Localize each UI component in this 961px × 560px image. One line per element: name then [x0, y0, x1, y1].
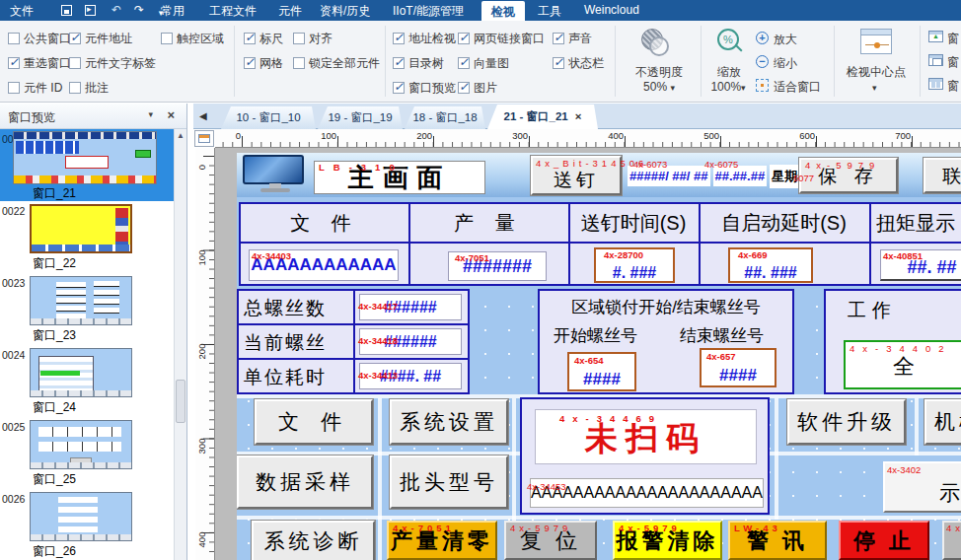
- checkbox-grid[interactable]: 网格: [244, 55, 283, 71]
- checkbox-element-address[interactable]: 元件地址: [69, 31, 132, 46]
- tab-window-10[interactable]: 10 - 窗口_10: [221, 106, 316, 129]
- checkbox-picture[interactable]: 图片: [458, 80, 497, 96]
- zoom-label[interactable]: 缩放: [705, 64, 753, 81]
- view-center-label[interactable]: 检视中心点: [842, 64, 911, 81]
- window-preview-item-26[interactable]: 0026 窗口_26: [0, 489, 174, 560]
- send-pin-button[interactable]: 4x_Bit-314506 送钉: [531, 156, 622, 195]
- work-all-button[interactable]: 4x-34402 全: [844, 340, 961, 389]
- scan-status-panel[interactable]: 4x-34469 未扫码 4x-34453 AAAAAAAAAAAAAAAAAA…: [520, 397, 770, 515]
- tab-window-19[interactable]: 19 - 窗口_19: [318, 106, 403, 129]
- menu-tab-tools[interactable]: 工具: [538, 3, 561, 20]
- tab-scroll-left-icon[interactable]: [199, 110, 207, 121]
- zoom-icon[interactable]: %: [717, 29, 739, 50]
- window-tile-icon[interactable]: [928, 78, 943, 90]
- menu-tab-project-files[interactable]: 工程文件: [209, 3, 257, 20]
- scan-status-field[interactable]: 4x-34469 未扫码: [535, 409, 757, 464]
- ruler-corner-icon[interactable]: [194, 130, 214, 147]
- total-screws-field[interactable]: 4x-34417 ######: [359, 294, 462, 320]
- tab-close-icon[interactable]: [575, 105, 582, 129]
- current-screw-field[interactable]: 4x-34418 ######: [359, 328, 462, 355]
- checkbox-web-link-window[interactable]: 网页链接窗口: [458, 31, 545, 46]
- monitor-icon[interactable]: [243, 155, 308, 194]
- zoom-out-icon[interactable]: −: [756, 55, 769, 68]
- window-preview-item-22[interactable]: 0022 窗口_22: [0, 201, 174, 273]
- opacity-value[interactable]: 50%: [628, 80, 691, 94]
- checkbox-lock-all-elements[interactable]: 锁定全部元件: [293, 55, 380, 71]
- file-button[interactable]: 文 件: [255, 399, 373, 445]
- datetime-display[interactable]: 4x-6073 4x-6075 6077 #####/ ##/ ####.##.…: [628, 165, 795, 188]
- checkbox-ruler[interactable]: 标尺: [244, 31, 283, 46]
- view-center-icon[interactable]: [860, 29, 892, 54]
- zoom-value[interactable]: 100%: [702, 80, 754, 94]
- work-panel[interactable]: 工作 4x-34402 全: [824, 289, 961, 394]
- alarm-clear-button[interactable]: 4x-5979 报警清除: [613, 521, 722, 560]
- export-icon[interactable]: [83, 4, 99, 18]
- save-icon[interactable]: [59, 4, 75, 18]
- checkbox-window-preview[interactable]: 窗口预览: [393, 80, 456, 96]
- checkbox-element-id[interactable]: 元件 ID: [8, 80, 62, 96]
- zoom-in-icon[interactable]: +: [756, 32, 769, 44]
- stop-button[interactable]: 停 止: [839, 521, 929, 560]
- window-command-label[interactable]: 窗: [947, 78, 959, 95]
- checkbox-status-bar[interactable]: 状态栏: [553, 55, 604, 71]
- window-raise-icon[interactable]: [928, 31, 943, 42]
- production-clear-button[interactable]: 4x-7051 产量清零: [387, 521, 497, 560]
- panel-menu-caret-icon[interactable]: [148, 108, 153, 119]
- checkbox-sound[interactable]: 声音: [553, 31, 592, 46]
- barcode-field[interactable]: 4x-34453 AAAAAAAAAAAAAAAAAAAAAA: [530, 478, 764, 508]
- display-box[interactable]: 4x-3402 示: [883, 461, 961, 513]
- pin-time-field[interactable]: 4x-28700 #. ###: [594, 247, 675, 283]
- design-canvas[interactable]: LB-310 主画面 4x_Bit-314506 送钉 4x-6073 4x-6…: [215, 148, 961, 560]
- window-thumbnail[interactable]: [30, 492, 132, 541]
- machine-button[interactable]: 机械: [924, 399, 961, 445]
- menu-tab-elements[interactable]: 元件: [278, 3, 302, 20]
- menu-tab-iiot-energy[interactable]: IIoT/能源管理: [393, 3, 464, 20]
- tab-window-18[interactable]: 18 - 窗口_18: [405, 106, 485, 129]
- undo-icon[interactable]: [109, 4, 124, 18]
- view-center-caret-icon[interactable]: [872, 80, 877, 94]
- bit-model-button[interactable]: 批头型号: [390, 455, 508, 509]
- menu-file[interactable]: 文件: [10, 3, 34, 20]
- window-thumbnail[interactable]: [30, 204, 132, 253]
- main-screen-label[interactable]: LB-310 主画面: [314, 161, 485, 194]
- tab-window-21[interactable]: 21 - 窗口_21: [487, 105, 598, 129]
- window-preview-item-25[interactable]: 0025 窗口_25: [0, 417, 174, 489]
- checkbox-align[interactable]: 对齐: [293, 31, 333, 46]
- online-button[interactable]: 联 机: [924, 158, 961, 193]
- window-thumbnail[interactable]: [30, 276, 132, 325]
- scrollbar-thumb[interactable]: [176, 380, 185, 423]
- end-screw-field[interactable]: 4x-657 ####: [700, 348, 776, 387]
- window-command-label[interactable]: 窗: [947, 31, 959, 47]
- window-thumbnail[interactable]: [13, 131, 157, 184]
- menu-tab-weincloud[interactable]: Weincloud: [584, 3, 639, 17]
- zoom-out-label[interactable]: 缩小: [774, 55, 797, 72]
- checkbox-directory-tree[interactable]: 目录树: [393, 55, 444, 71]
- fit-window-label[interactable]: 适合窗口: [774, 79, 821, 96]
- file-name-field[interactable]: 4x-34403 AAAAAAAAAAAA: [249, 249, 399, 281]
- menu-tab-data-history[interactable]: 资料/历史: [320, 3, 370, 20]
- start-screw-field[interactable]: 4x-654 ####: [567, 352, 636, 391]
- torque-field[interactable]: 4x-40851 ##. ##: [880, 249, 961, 281]
- opacity-icon[interactable]: [641, 29, 671, 58]
- checkbox-element-text-label[interactable]: 元件文字标签: [69, 55, 156, 71]
- system-diagnosis-button[interactable]: 系统诊断: [252, 521, 375, 560]
- data-sampling-button[interactable]: 数据采样: [237, 455, 373, 509]
- autostart-delay-field[interactable]: 4x-669 ##. ###: [728, 247, 813, 283]
- reset-button[interactable]: 4x-5979 复 位: [504, 521, 597, 560]
- panel-close-icon[interactable]: [167, 107, 175, 122]
- region-lock-panel[interactable]: 区域锁付开始/结束螺丝号 开始螺丝号 结束螺丝号 4x-654 #### 4x-…: [538, 289, 794, 394]
- checkbox-common-window[interactable]: 公共窗口: [8, 31, 71, 46]
- checkbox-comment[interactable]: 批注: [69, 80, 109, 96]
- checkbox-address-view[interactable]: 地址检视: [393, 31, 456, 46]
- screw-stats-table[interactable]: 总螺丝数 4x-34417 ###### 当前螺丝 4x-34418 #####…: [237, 289, 470, 394]
- window-preview-item-24[interactable]: 0024 窗口_24: [0, 345, 174, 417]
- zoom-in-label[interactable]: 放大: [774, 32, 797, 48]
- unit-time-field[interactable]: 4x-34413 ####. ##: [359, 363, 462, 389]
- window-command-label[interactable]: 窗: [947, 54, 959, 71]
- redo-icon[interactable]: [131, 4, 147, 18]
- checkbox-reselect-window[interactable]: 重选窗口: [8, 55, 71, 71]
- window-preview-item-23[interactable]: 0023 窗口_23: [0, 273, 174, 345]
- fit-window-icon[interactable]: [756, 79, 769, 92]
- alarm-button[interactable]: LW-43 警 讯: [728, 521, 827, 560]
- sidebar-scrollbar[interactable]: [174, 129, 186, 560]
